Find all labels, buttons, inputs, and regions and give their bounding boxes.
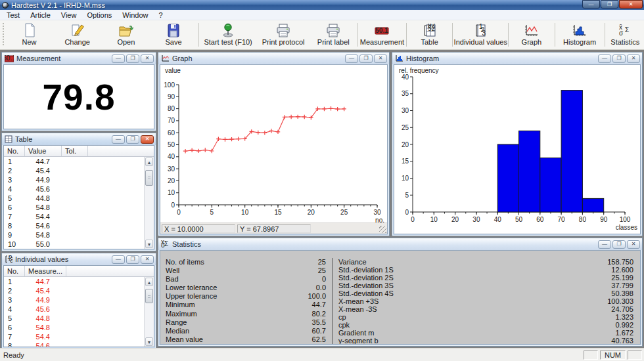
list-item[interactable]: 6 54.8 [4, 323, 144, 332]
svg-text:52: 52 [428, 25, 436, 32]
list-item[interactable]: 9 54.8 [4, 230, 144, 240]
list-item[interactable]: 5 44.8 [4, 314, 144, 323]
menu-window[interactable]: Window [117, 11, 153, 20]
maximize-button[interactable]: ❐ [612, 54, 626, 63]
table-window-titlebar[interactable]: Table — ❐ ✕ [2, 133, 156, 145]
row-number: 2 [4, 287, 25, 295]
statistics-view-button[interactable]: x̄Σσ Statistics [607, 20, 644, 49]
individual-values-window-titlebar[interactable]: 123 Individual values — ❐ ✕ [2, 253, 156, 265]
scrollbar-thumb[interactable] [145, 170, 153, 186]
list-item[interactable]: 2 45.4 [4, 286, 144, 295]
table-scrollbar[interactable]: ▲ ▼ [144, 157, 154, 249]
close-button[interactable]: ✕ [627, 240, 640, 249]
menu-view[interactable]: View [56, 11, 82, 20]
maximize-button[interactable]: ❐ [359, 54, 373, 63]
graph-window-titlebar[interactable]: Graph — ❐ ✕ [158, 53, 389, 64]
maximize-button[interactable]: ❐ [126, 54, 139, 63]
list-item[interactable]: 1 44.7 [4, 157, 144, 166]
scroll-up-arrow-icon[interactable]: ▲ [145, 278, 153, 286]
list-item[interactable]: 4 45.6 [4, 305, 144, 314]
save-button[interactable]: Save [150, 20, 196, 49]
mdi-workspace: 50.1 Measurement — ❐ ✕ 79.8 Table — ❐ ✕ … [0, 50, 644, 348]
statistic-value: 37.799 [611, 282, 633, 289]
list-item[interactable]: 7 54.4 [4, 332, 144, 341]
menu-options[interactable]: Options [81, 11, 117, 20]
maximize-button[interactable]: ❐ [126, 135, 139, 144]
print-protocol-button[interactable]: Print protocol [256, 20, 311, 49]
column-header-no[interactable]: No. [4, 266, 25, 276]
open-button[interactable]: Open [102, 20, 150, 49]
row-number: 8 [4, 222, 25, 230]
menu-help[interactable]: ? [153, 11, 168, 20]
maximize-button[interactable]: ❐ [612, 240, 626, 249]
measurement-view-button[interactable]: 50.1 Measurement [359, 20, 405, 49]
minimize-button[interactable]: — [112, 54, 125, 63]
close-button[interactable]: ✕ [141, 255, 154, 264]
close-button[interactable]: ✕ [627, 54, 640, 63]
svg-text:5: 5 [405, 192, 409, 199]
list-item[interactable]: 5 44.8 [4, 194, 144, 203]
scroll-down-arrow-icon[interactable]: ▼ [145, 337, 153, 346]
graph-view-button[interactable]: Graph [510, 20, 553, 49]
app-icon [2, 2, 9, 9]
app-maximize-button[interactable]: ❐ [601, 0, 618, 9]
measurement-window-titlebar[interactable]: 50.1 Measurement — ❐ ✕ [2, 53, 156, 64]
toolbar-grip[interactable] [2, 23, 5, 47]
histogram-window-titlebar[interactable]: Histogram — ❐ ✕ [392, 53, 642, 64]
minimize-button[interactable]: — [598, 54, 611, 63]
column-header-value[interactable]: Value [25, 146, 62, 156]
new-button[interactable]: New [6, 20, 53, 49]
list-item[interactable]: 4 45.6 [4, 184, 144, 194]
minimize-button[interactable]: — [112, 135, 125, 144]
row-number: 10 [4, 240, 25, 248]
print-label-button[interactable]: Print label [311, 20, 356, 49]
statistic-row: X-mean -3S 24.705 [338, 305, 633, 313]
column-header-tol[interactable]: Tol. [62, 146, 88, 156]
scroll-up-arrow-icon[interactable]: ▲ [145, 158, 153, 166]
svg-text:classes: classes [616, 224, 637, 231]
individual-values-view-button[interactable]: 123 Individual values [454, 20, 507, 49]
list-item[interactable]: 10 55.0 [4, 240, 144, 249]
minimize-button[interactable]: — [112, 255, 125, 264]
list-item[interactable]: 8 54.6 [4, 221, 144, 230]
app-titlebar[interactable]: Hardtest V 2.1 - IRHD-M.mss — ❐ ✕ [0, 0, 644, 10]
change-button[interactable]: Change [53, 20, 102, 49]
list-item[interactable]: 8 54.6 [4, 341, 144, 347]
resize-grip[interactable] [379, 226, 386, 233]
list-item[interactable]: 2 45.4 [4, 166, 144, 175]
start-test-button[interactable]: Start test (F10) [200, 20, 256, 49]
measurement-value: 79.8 [4, 65, 154, 129]
table-view-button[interactable]: 9252 Table [408, 20, 451, 49]
statistic-value: 1.672 [615, 329, 633, 337]
list-item[interactable]: 3 44.9 [4, 175, 144, 184]
row-value: 45.6 [25, 185, 50, 193]
histogram-view-button[interactable]: Histogram [556, 20, 603, 49]
list-item[interactable]: 7 54.4 [4, 212, 144, 221]
scrollbar-thumb[interactable] [145, 289, 153, 303]
list-item[interactable]: 3 44.9 [4, 295, 144, 305]
minimize-button[interactable]: — [598, 240, 611, 249]
svg-text:50: 50 [515, 216, 523, 223]
list-item[interactable]: 6 54.8 [4, 203, 144, 212]
close-button[interactable]: ✕ [141, 135, 154, 144]
svg-text:15: 15 [274, 209, 282, 216]
column-header-measure[interactable]: Measure... [25, 266, 66, 276]
row-number: 7 [4, 333, 25, 341]
menu-article[interactable]: Article [25, 11, 56, 20]
printer-icon [325, 22, 341, 37]
individual-values-scrollbar[interactable]: ▲ ▼ [144, 277, 154, 347]
minimize-button[interactable]: — [345, 54, 358, 63]
app-minimize-button[interactable]: — [582, 0, 600, 9]
row-value: 45.4 [25, 287, 50, 295]
menu-test[interactable]: Test [1, 11, 25, 20]
app-close-button[interactable]: ✕ [619, 0, 643, 9]
close-button[interactable]: ✕ [374, 54, 387, 63]
list-item[interactable]: 1 44.7 [4, 277, 144, 286]
column-header-no[interactable]: No. [4, 146, 25, 156]
statistic-row: Std.-deviation 1S 12.600 [338, 266, 633, 274]
close-button[interactable]: ✕ [141, 54, 154, 63]
scroll-down-arrow-icon[interactable]: ▼ [145, 240, 153, 248]
statistics-window-titlebar[interactable]: x̄Σσ Statistics — ❐ ✕ [158, 238, 642, 250]
maximize-button[interactable]: ❐ [126, 255, 139, 264]
statistic-label: cp [338, 313, 346, 321]
